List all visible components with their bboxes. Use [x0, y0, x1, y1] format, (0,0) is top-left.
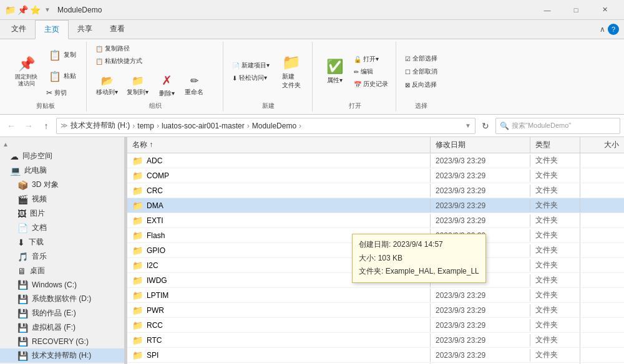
sidebar-item-g[interactable]: 💾 RECOVERY (G:): [0, 335, 124, 348]
video-icon: 🎬: [17, 194, 28, 204]
forward-button[interactable]: →: [21, 118, 36, 133]
minimize-button[interactable]: —: [533, 0, 562, 20]
file-type: 文件夹: [530, 228, 580, 242]
properties-button[interactable]: ✅ 属性▾: [319, 50, 350, 93]
file-type: 文件夹: [530, 153, 580, 168]
move-to-button[interactable]: 📂 移动到▾: [93, 70, 121, 100]
folder-icon: 📁: [132, 350, 143, 360]
select-none-button[interactable]: ☐全部取消: [402, 66, 440, 77]
address-dropdown-icon[interactable]: ▼: [465, 122, 471, 129]
sidebar-item-pictures[interactable]: 🖼 图片: [0, 206, 124, 221]
folder-icon: 📁: [132, 231, 143, 241]
ribbon-group-open: ✅ 属性▾ 🔓打开▾ ✏编辑 📅历史记录 打开: [314, 42, 396, 112]
invert-selection-button[interactable]: ⊠反向选择: [402, 79, 440, 90]
back-button[interactable]: ←: [4, 118, 19, 133]
table-row[interactable]: 📁RTC 2023/9/3 23:29 文件夹: [127, 333, 624, 348]
up-button[interactable]: ↑: [39, 118, 54, 133]
help-icon[interactable]: ?: [608, 24, 619, 35]
ribbon-collapse-icon[interactable]: ∧: [600, 25, 605, 34]
computer-icon: 💻: [10, 166, 21, 176]
copy-to-button[interactable]: 📁 复制到▾: [124, 70, 152, 100]
file-date: 2023/9/3 23:29: [431, 304, 530, 317]
tab-home[interactable]: 主页: [35, 20, 69, 39]
table-row[interactable]: 📁DMA 2023/9/3 23:29 文件夹: [127, 198, 624, 213]
rename-button[interactable]: ✏ 重命名: [182, 70, 207, 100]
search-icon: 🔍: [500, 122, 509, 130]
address-bar: ← → ↑ ≫ 技术支持帮助 (H:) › temp › luatos-soc-…: [0, 115, 624, 137]
sidebar-item-music[interactable]: 🎵 音乐: [0, 249, 124, 264]
path-segment-temp: temp: [137, 122, 154, 130]
address-path[interactable]: ≫ 技术支持帮助 (H:) › temp › luatos-soc-air001…: [56, 118, 475, 134]
column-type[interactable]: 类型: [530, 137, 580, 153]
new-item-button[interactable]: 📄新建项目▾: [230, 60, 272, 71]
table-row[interactable]: 📁EXTI 2023/9/3 23:29 文件夹: [127, 213, 624, 228]
edit-button[interactable]: ✏编辑: [351, 66, 391, 77]
title-bar: 📁 📌 ⭐ ▼ ModuleDemo — □ ✕: [0, 0, 624, 20]
select-all-button[interactable]: ☑全部选择: [402, 53, 440, 64]
folder-icon: 📁: [5, 5, 15, 15]
pin-access-button[interactable]: 📌 固定到快速访问: [10, 50, 42, 93]
delete-button[interactable]: ✗ 删除▾: [154, 70, 179, 100]
file-name: PWR: [147, 306, 164, 315]
table-row[interactable]: 📁COMP 2023/9/3 23:29 文件夹: [127, 168, 624, 183]
sidebar-item-d[interactable]: 💾 系统数据软件 (D:): [0, 292, 124, 306]
sidebar-item-f[interactable]: 💾 虚拟机器 (F:): [0, 320, 124, 335]
drive-e-icon: 💾: [17, 309, 28, 318]
paste-button[interactable]: 📋粘贴: [44, 66, 81, 86]
sidebar-item-h[interactable]: 💾 技术支持帮助 (H:): [0, 348, 124, 363]
tab-share[interactable]: 共享: [69, 20, 101, 39]
sidebar-item-desktop[interactable]: 🖥 桌面: [0, 264, 124, 278]
refresh-button[interactable]: ↻: [478, 118, 493, 133]
sidebar-item-label: 同步空间: [22, 151, 52, 161]
sidebar-item-thispc[interactable]: 💻 此电脑: [0, 163, 124, 178]
table-row[interactable]: 📁CRC 2023/9/3 23:29 文件夹: [127, 183, 624, 198]
file-date: 2023/9/3 23:29: [431, 319, 530, 332]
ribbon-content: 📌 固定到快速访问 📋复制 📋粘贴 ✂剪切 剪贴板: [0, 39, 624, 114]
sidebar-item-downloads[interactable]: ⬇ 下载: [0, 235, 124, 249]
tab-file[interactable]: 文件: [2, 20, 35, 39]
drive-g-icon: 💾: [17, 337, 28, 347]
sidebar-item-3dobjects[interactable]: 📦 3D 对象: [0, 178, 124, 192]
folder-icon: 📁: [132, 290, 143, 300]
file-size: [580, 159, 624, 163]
copy-path-button[interactable]: 📋复制路径: [93, 43, 145, 54]
table-row[interactable]: 📁RCC 2023/9/3 23:29 文件夹: [127, 318, 624, 333]
open-button[interactable]: 🔓打开▾: [351, 54, 391, 65]
file-type: 文件夹: [530, 258, 580, 272]
file-size: [580, 189, 624, 193]
close-button[interactable]: ✕: [590, 0, 619, 20]
table-row[interactable]: 📁ADC 2023/9/3 23:29 文件夹: [127, 153, 624, 168]
cut-button[interactable]: ✂剪切: [44, 87, 81, 98]
table-row[interactable]: 📁LPTIM 2023/9/3 23:29 文件夹: [127, 288, 624, 303]
path-segment-root: 技术支持帮助 (H:): [71, 120, 130, 131]
search-box[interactable]: 🔍 搜索"ModuleDemo": [495, 118, 620, 134]
main-layout: ▲ ☁ 同步空间 💻 此电脑 📦 3D 对象 🎬 视频 🖼 图片 📄 文档 ⬇ …: [0, 137, 624, 364]
file-type: 文件夹: [530, 288, 580, 302]
new-folder-button[interactable]: 📁 新建文件夹: [276, 50, 307, 93]
table-row[interactable]: 📁SPI 2023/9/3 23:29 文件夹: [127, 348, 624, 363]
folder-icon: 📁: [132, 186, 143, 196]
sidebar-item-label: 此电脑: [24, 165, 47, 176]
folder-icon: 📁: [132, 201, 143, 211]
file-date: 2023/9/3 23:29: [431, 155, 530, 167]
column-name[interactable]: 名称 ↑: [127, 137, 431, 153]
sidebar-item-documents[interactable]: 📄 文档: [0, 221, 124, 235]
sidebar-scroll-up[interactable]: ▲: [2, 141, 9, 148]
column-date[interactable]: 修改日期: [431, 137, 530, 153]
sidebar-item-e[interactable]: 💾 我的作品 (E:): [0, 306, 124, 320]
sidebar-item-video[interactable]: 🎬 视频: [0, 192, 124, 206]
file-tooltip: 创建日期: 2023/9/4 14:57 大小: 103 KB 文件夹: Exa…: [352, 234, 486, 283]
sidebar-item-c[interactable]: 💾 Windows (C:): [0, 278, 124, 292]
copy-button[interactable]: 📋复制: [44, 45, 81, 65]
table-row[interactable]: 📁PWR 2023/9/3 23:29 文件夹: [127, 303, 624, 318]
easy-access-button[interactable]: ⬇轻松访问▾: [230, 72, 272, 84]
paste-shortcut-button[interactable]: 📋粘贴快捷方式: [93, 55, 145, 67]
sidebar-item-sync[interactable]: ☁ 同步空间: [0, 149, 124, 163]
organize-label: 组织: [149, 102, 162, 110]
column-size[interactable]: 大小: [580, 137, 624, 153]
tab-view[interactable]: 查看: [101, 20, 134, 39]
3dobject-icon: 📦: [17, 180, 28, 190]
history-button[interactable]: 📅历史记录: [351, 79, 391, 90]
maximize-button[interactable]: □: [562, 0, 590, 20]
folder-icon: 📁: [132, 156, 143, 166]
